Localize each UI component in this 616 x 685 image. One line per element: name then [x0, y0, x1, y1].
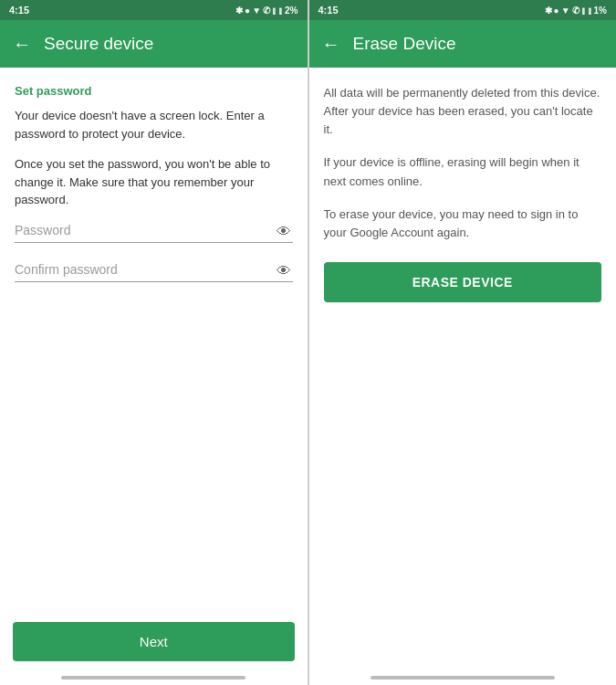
right-app-bar: ← Erase Device: [309, 20, 617, 68]
right-status-icons: ✱ ● ▼ ✆ ⫿ ⫿ 1%: [545, 5, 607, 16]
left-status-bar: 4:15 ✱ ● ▼ ✆ ⫿ ⫿ 2%: [0, 0, 308, 20]
confirm-eye-icon[interactable]: 👁: [277, 263, 291, 279]
right-status-bar: 4:15 ✱ ● ▼ ✆ ⫿ ⫿ 1%: [309, 0, 617, 20]
signal-icon1: ⫿: [272, 5, 277, 16]
right-phone-screen: 4:15 ✱ ● ▼ ✆ ⫿ ⫿ 1% ← Erase Device All d…: [308, 0, 617, 685]
location-icon: ●: [245, 5, 250, 16]
set-password-label: Set password: [15, 84, 293, 98]
right-content: All data will be permanently deleted fro…: [309, 68, 617, 670]
battery-icon: 2%: [285, 5, 298, 16]
r-location-icon: ●: [554, 5, 559, 16]
left-bottom-bar: Next: [0, 613, 308, 670]
erase-info-1: All data will be permanently deleted fro…: [324, 84, 602, 139]
r-phone-icon: ✆: [572, 5, 579, 16]
left-home-indicator: [61, 676, 245, 680]
erase-device-button[interactable]: ERASE DEVICE: [324, 262, 602, 302]
bluetooth-icon: ✱: [235, 5, 243, 16]
next-button[interactable]: Next: [13, 622, 295, 661]
erase-info-2: If your device is offline, erasing will …: [324, 153, 602, 190]
left-app-bar: ← Secure device: [0, 20, 308, 68]
r-battery-icon: 1%: [594, 5, 607, 16]
confirm-password-input-group: 👁: [15, 261, 293, 282]
right-screen-title: Erase Device: [353, 34, 456, 54]
right-home-indicator: [371, 676, 555, 680]
right-back-button[interactable]: ←: [322, 34, 340, 55]
r-wifi-icon: ▼: [561, 5, 570, 16]
description-1: Your device doesn't have a screen lock. …: [15, 107, 293, 142]
left-screen-title: Secure device: [44, 34, 153, 54]
r-signal-icon2: ⫿: [588, 5, 592, 16]
left-time: 4:15: [9, 5, 29, 16]
left-content: Set password Your device doesn't have a …: [0, 68, 308, 613]
left-phone-screen: 4:15 ✱ ● ▼ ✆ ⫿ ⫿ 2% ← Secure device Set …: [0, 0, 308, 685]
left-status-icons: ✱ ● ▼ ✆ ⫿ ⫿ 2%: [235, 5, 298, 16]
wifi-icon: ▼: [252, 5, 261, 16]
description-2: Once you set the password, you won't be …: [15, 155, 293, 209]
phone-icon: ✆: [263, 5, 270, 16]
signal-icon2: ⫿: [278, 5, 283, 16]
erase-info-3: To erase your device, you may need to si…: [324, 206, 602, 242]
r-signal-icon1: ⫿: [581, 5, 586, 16]
password-input[interactable]: [15, 223, 293, 237]
password-input-group: 👁: [15, 222, 293, 243]
r-bluetooth-icon: ✱: [545, 5, 552, 16]
password-eye-icon[interactable]: 👁: [277, 224, 291, 240]
confirm-password-input[interactable]: [15, 262, 293, 277]
right-time: 4:15: [318, 5, 339, 16]
left-back-button[interactable]: ←: [13, 34, 31, 55]
